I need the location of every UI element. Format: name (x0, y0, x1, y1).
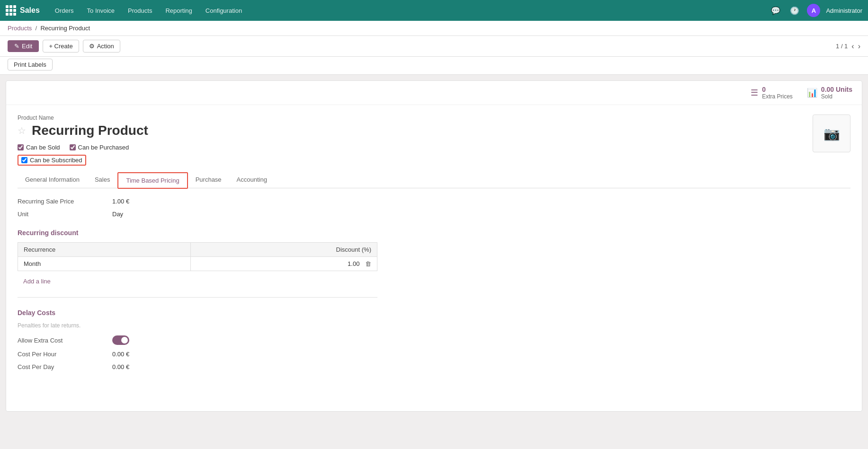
stats-bar: ☰ 0 Extra Prices 📊 0.00 Units Sold (6, 81, 862, 105)
discount-cell: 1.00 🗑 (191, 257, 377, 271)
recurring-discount-heading: Recurring discount (18, 229, 850, 237)
next-page-button[interactable]: › (858, 42, 860, 51)
list-icon: ☰ (751, 88, 758, 98)
tab-time-based-pricing[interactable]: Time Based Pricing (117, 172, 188, 189)
breadcrumb-parent[interactable]: Products (8, 25, 32, 32)
recurring-sale-price-row: Recurring Sale Price 1.00 € (18, 198, 850, 205)
bar-chart-icon: 📊 (807, 88, 817, 98)
extra-prices-label: Extra Prices (762, 93, 793, 100)
cost-per-hour-value: 0.00 € (112, 351, 129, 358)
can-be-sold-checkbox[interactable]: Can be Sold (18, 144, 60, 151)
section-divider (18, 297, 377, 298)
create-button[interactable]: + Create (43, 40, 79, 53)
product-checkboxes: Can be Sold Can be Purchased (18, 144, 813, 151)
cost-per-day-label: Cost Per Day (18, 363, 112, 370)
time-based-pricing-content: Recurring Sale Price 1.00 € Unit Day Rec… (18, 198, 850, 370)
print-labels-button[interactable]: Print Labels (8, 59, 53, 70)
product-section: Product Name ☆ Recurring Product Can be … (6, 105, 862, 386)
tab-purchase[interactable]: Purchase (188, 172, 229, 188)
product-image[interactable]: 📷 (813, 114, 850, 152)
menu-products[interactable]: Products (122, 4, 158, 17)
extra-prices-count: 0 (762, 86, 793, 93)
tab-accounting[interactable]: Accounting (229, 172, 275, 188)
delete-row-icon[interactable]: 🗑 (365, 260, 371, 267)
product-tabs: General Information Sales Time Based Pri… (18, 172, 850, 188)
pagination-text: 1 / 1 (836, 43, 848, 50)
action-button[interactable]: ⚙ Action (83, 40, 120, 53)
discount-table: Recurrence Discount (%) Month 1.00 🗑 (18, 242, 377, 271)
recurrence-cell: Month (18, 257, 191, 271)
cost-per-day-row: Cost Per Day 0.00 € (18, 363, 850, 370)
grid-icon (6, 5, 16, 16)
table-row: Month 1.00 🗑 (18, 257, 377, 271)
admin-label: Administrator (826, 7, 862, 14)
gear-icon: ⚙ (89, 43, 95, 50)
allow-extra-cost-label: Allow Extra Cost (18, 337, 112, 344)
can-be-subscribed-checkbox-box[interactable]: Can be Subscribed (18, 155, 86, 166)
product-info: Product Name ☆ Recurring Product Can be … (18, 114, 813, 172)
avatar: A (807, 4, 820, 17)
units-sold-value: 0.00 Units (821, 86, 852, 93)
favorite-star-icon[interactable]: ☆ (18, 125, 26, 136)
unit-value: Day (112, 211, 123, 218)
chat-icon-button[interactable]: 💬 (769, 4, 782, 17)
unit-row: Unit Day (18, 211, 850, 218)
menu-orders[interactable]: Orders (49, 4, 80, 17)
app-brand[interactable]: Sales (6, 5, 40, 16)
discount-header: Discount (%) (191, 243, 377, 257)
cost-per-day-value: 0.00 € (112, 363, 129, 370)
toolbar: ✎ Edit + Create ⚙ Action 1 / 1 ‹ › (0, 36, 868, 57)
extra-prices-stat[interactable]: ☰ 0 Extra Prices (751, 86, 793, 100)
cost-per-hour-label: Cost Per Hour (18, 351, 112, 358)
units-sold-label: Sold (821, 93, 852, 100)
allow-extra-cost-row: Allow Extra Cost (18, 335, 850, 345)
menu-configuration[interactable]: Configuration (200, 4, 248, 17)
can-be-subscribed-input[interactable] (21, 157, 27, 163)
delay-costs-subtitle: Penalties for late returns. (18, 322, 850, 329)
app-name: Sales (20, 6, 40, 15)
delay-costs-heading: Delay Costs (18, 309, 850, 317)
top-navigation: Sales Orders To Invoice Products Reporti… (0, 0, 868, 21)
topnav-right: 💬 🕐 A Administrator (769, 4, 862, 17)
breadcrumb: Products / Recurring Product (0, 21, 868, 36)
unit-label: Unit (18, 211, 112, 218)
add-line-button[interactable]: Add a line (18, 275, 56, 288)
product-name-label: Product Name (18, 114, 813, 121)
tab-sales[interactable]: Sales (87, 172, 118, 188)
can-be-purchased-checkbox[interactable]: Can be Purchased (70, 144, 129, 151)
pagination-controls: 1 / 1 ‹ › (836, 42, 860, 51)
pencil-icon: ✎ (14, 43, 19, 50)
recurrence-header: Recurrence (18, 243, 191, 257)
prev-page-button[interactable]: ‹ (851, 42, 854, 51)
main-content: ☰ 0 Extra Prices 📊 0.00 Units Sold Produ… (6, 80, 862, 412)
camera-icon: 📷 (823, 126, 840, 141)
tab-general-information[interactable]: General Information (18, 172, 87, 188)
toolbar-secondary: Print Labels (0, 57, 868, 75)
units-sold-stat[interactable]: 📊 0.00 Units Sold (807, 86, 852, 100)
breadcrumb-current: Recurring Product (40, 25, 90, 32)
edit-button[interactable]: ✎ Edit (8, 40, 39, 52)
top-menu: Orders To Invoice Products Reporting Con… (49, 4, 770, 17)
allow-extra-cost-toggle[interactable] (112, 335, 129, 345)
recurring-sale-price-label: Recurring Sale Price (18, 198, 112, 205)
clock-icon-button[interactable]: 🕐 (788, 4, 801, 17)
menu-to-invoice[interactable]: To Invoice (81, 4, 121, 17)
menu-reporting[interactable]: Reporting (160, 4, 197, 17)
cost-per-hour-row: Cost Per Hour 0.00 € (18, 351, 850, 358)
recurring-sale-price-value: 1.00 € (112, 198, 129, 205)
product-title: Recurring Product (32, 123, 148, 138)
